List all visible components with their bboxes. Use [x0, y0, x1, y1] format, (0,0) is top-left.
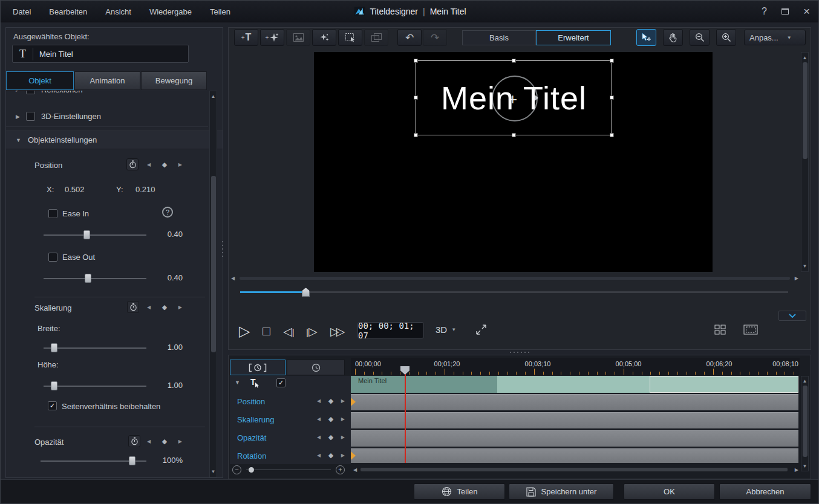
ease-out-checkbox[interactable] [48, 253, 57, 262]
mode-3d-dropdown[interactable]: 3D ▼ [436, 325, 456, 335]
seek-handle[interactable] [302, 288, 310, 297]
zoom-out-icon[interactable]: − [232, 465, 241, 474]
next-keyframe-icon[interactable]: ▶ [178, 162, 182, 167]
preview-hscrollbar[interactable]: ◀ ▶ [231, 274, 807, 282]
next-keyframe-icon[interactable]: ▶ [178, 305, 182, 310]
title-clip[interactable]: Mein Titel [351, 376, 798, 393]
resize-handle-e[interactable] [610, 95, 614, 100]
position-x-value[interactable]: 0.502 [65, 185, 85, 194]
menu-datei[interactable]: Datei [13, 7, 31, 16]
help-icon[interactable]: ? [162, 207, 173, 218]
settings-3d-checkbox[interactable] [26, 112, 35, 121]
prev-keyframe-icon[interactable]: ◀ [317, 398, 321, 404]
resize-handle-nw[interactable] [414, 59, 418, 63]
previous-frame-button[interactable]: ◁| [283, 325, 295, 338]
scrollbar-thumb[interactable] [803, 62, 808, 159]
scroll-right-icon[interactable]: ▶ [795, 276, 798, 281]
object-name-field[interactable]: T [12, 45, 189, 63]
next-keyframe-icon[interactable]: ▶ [178, 439, 182, 444]
share-button[interactable]: Teilen [414, 483, 505, 500]
preview-canvas[interactable]: Mein Titel + [314, 52, 713, 272]
select-move-tool-button[interactable] [636, 29, 656, 46]
ease-in-checkbox[interactable] [48, 209, 57, 218]
prev-keyframe-icon[interactable]: ◀ [147, 439, 151, 444]
mask-tool-button[interactable] [364, 29, 388, 46]
scrollbar-thumb[interactable] [240, 277, 790, 280]
slider-handle[interactable] [129, 456, 135, 465]
preview-seek-bar[interactable] [240, 286, 788, 297]
zoom-in-icon[interactable]: + [336, 465, 345, 474]
row-label-opazitaet[interactable]: Opazität [237, 433, 266, 442]
prev-keyframe-icon[interactable]: ◀ [147, 162, 151, 167]
undo-button[interactable]: ↶ [397, 29, 422, 46]
next-keyframe-icon[interactable]: ▶ [341, 416, 345, 422]
row-label-rotation[interactable]: Rotation [237, 451, 266, 460]
scroll-up-icon[interactable]: ▲ [801, 55, 808, 60]
expander-icon[interactable]: ▼ [16, 137, 21, 143]
insert-particle-button[interactable] [312, 29, 336, 46]
timeline-vscrollbar[interactable]: ▲ ▼ [801, 376, 809, 471]
next-keyframe-icon[interactable]: ▶ [341, 398, 345, 404]
hand-tool-button[interactable] [663, 29, 683, 46]
cancel-button[interactable]: Abbrechen [719, 483, 811, 500]
add-keyframe-icon[interactable]: ◆ [162, 438, 167, 445]
prev-keyframe-icon[interactable]: ◀ [317, 435, 321, 440]
stop-button[interactable]: □ [263, 324, 270, 338]
timeline-resize-handle[interactable] [510, 352, 529, 353]
resize-handle-sw[interactable] [414, 133, 418, 137]
panel-scrollbar[interactable]: ▲ ▼ [209, 91, 217, 477]
zoom-fit-dropdown[interactable]: Anpas... ▼ [744, 30, 806, 45]
scroll-left-icon[interactable]: ◀ [231, 276, 235, 281]
scaling-keyframe-stopwatch[interactable] [127, 301, 139, 313]
section-3d-row[interactable]: ▶ 3D-Einstellungen [6, 106, 208, 127]
fast-forward-button[interactable]: ▷▷ [330, 325, 342, 338]
close-button[interactable]: × [803, 5, 810, 18]
insert-image-button[interactable] [286, 29, 310, 46]
tab-objekt[interactable]: Objekt [6, 71, 74, 90]
zoom-out-button[interactable] [690, 29, 710, 46]
prev-keyframe-icon[interactable]: ◀ [317, 453, 321, 458]
insert-text-button[interactable]: +T [234, 29, 258, 46]
resize-handle-se[interactable] [610, 133, 614, 137]
add-keyframe-icon[interactable]: ◆ [328, 397, 333, 405]
scroll-down-icon[interactable]: ▼ [801, 263, 808, 269]
menu-ansicht[interactable]: Ansicht [105, 7, 131, 16]
rotation-keyframe-track[interactable] [351, 448, 798, 463]
resize-handle-s[interactable] [512, 133, 516, 137]
position-keyframe-track[interactable] [351, 394, 798, 410]
expander-icon[interactable]: ▶ [16, 114, 20, 120]
opazitaet-keyframe-track[interactable] [351, 430, 798, 447]
add-keyframe-icon[interactable]: ◆ [162, 161, 167, 169]
scrollbar-thumb[interactable] [361, 468, 788, 471]
skalierung-keyframe-track[interactable] [351, 412, 798, 428]
timeline-ruler[interactable]: 00;00;00 00;01;20 00;03;10 00;05;00 00;0… [351, 358, 800, 375]
slider-handle[interactable] [83, 230, 90, 239]
reflection-checkbox[interactable] [26, 91, 35, 94]
scroll-down-icon[interactable]: ▼ [210, 469, 217, 474]
tab-keyframe-mode[interactable] [230, 360, 286, 375]
menu-bearbeiten[interactable]: Bearbeiten [49, 7, 87, 16]
scroll-up-icon[interactable]: ▲ [801, 378, 808, 384]
resize-handle-w[interactable] [414, 95, 418, 100]
boundary-tool-button[interactable] [338, 29, 362, 46]
add-keyframe-icon[interactable]: ◆ [328, 451, 333, 459]
section-object-settings-header[interactable]: ▼ Objekteinstellungen [6, 131, 223, 149]
next-keyframe-icon[interactable]: ▶ [341, 453, 345, 458]
add-keyframe-icon[interactable]: ◆ [328, 433, 333, 441]
fullscreen-button[interactable] [475, 324, 487, 335]
mode-basis-button[interactable]: Basis [462, 30, 536, 45]
scroll-down-icon[interactable]: ▼ [801, 464, 808, 469]
clip-segment-end[interactable] [650, 376, 798, 393]
zoom-in-button[interactable] [716, 29, 736, 46]
collapse-panel-button[interactable] [778, 311, 806, 321]
timeline-hscrollbar[interactable]: ◀ ▶ [352, 465, 800, 474]
section-reflection-row[interactable]: ▶ Reflexionen [6, 91, 208, 98]
timeline-zoom-slider[interactable] [246, 465, 331, 474]
position-keyframe-stopwatch[interactable] [126, 158, 139, 170]
expander-icon[interactable]: ▶ [16, 91, 20, 92]
next-keyframe-icon[interactable]: ▶ [341, 435, 345, 440]
slider-handle[interactable] [249, 467, 254, 473]
slider-handle[interactable] [85, 274, 91, 283]
aspect-ratio-checkbox[interactable]: ✓ [48, 401, 57, 410]
redo-button[interactable]: ↷ [423, 29, 447, 46]
